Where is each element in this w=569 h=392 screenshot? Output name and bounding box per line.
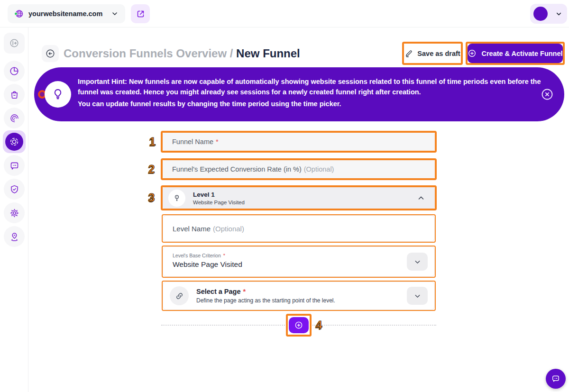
lightbulb-icon <box>51 88 64 101</box>
select-page-texts: Select a Page* Define the page acting as… <box>196 288 335 304</box>
optional-hint: (Optional) <box>304 165 334 173</box>
annotation-box-conversion-rate: Funnel's Expected Conversion Rate (in %)… <box>161 158 437 180</box>
sidebar-item-privacy[interactable] <box>4 179 25 200</box>
plus-circle-icon <box>468 49 477 58</box>
select-page-control[interactable]: Select a Page* Define the page acting as… <box>163 282 435 310</box>
level-title: Level 1 <box>193 191 417 198</box>
support-chat-button[interactable] <box>546 369 566 389</box>
top-bar: yourwebsitename.com <box>0 0 569 27</box>
sidebar-item-funnels[interactable] <box>3 130 26 153</box>
select-page-label: Select a Page* <box>196 288 335 295</box>
annotation-box-level-name: Level Name (Optional) <box>162 214 436 243</box>
chat-bubble-icon <box>551 374 560 383</box>
important-hint-banner: Important Hint: New funnels are now capa… <box>34 67 564 121</box>
spiral-icon <box>9 113 19 123</box>
banner-close-button[interactable] <box>541 88 554 101</box>
chevron-down-icon <box>413 292 422 300</box>
annotation-box-select-page: Select a Page* Define the page acting as… <box>162 281 436 311</box>
annotation-box-add-level <box>286 314 312 337</box>
plus-circle-icon <box>294 320 303 330</box>
annotation-box-create-funnel: Create & Activate Funnel <box>466 42 565 65</box>
chat-bubble-icon <box>9 161 19 171</box>
sidebar <box>0 27 28 392</box>
external-link-icon <box>136 9 145 18</box>
open-website-button[interactable] <box>131 4 150 23</box>
level-pin-badge <box>168 190 185 207</box>
website-selector[interactable]: yourwebsitename.com <box>8 4 125 23</box>
collapse-arrow-icon <box>9 38 19 48</box>
hint-paragraph-2: You can update funnel results by changin… <box>78 99 552 109</box>
funnel-name-input[interactable]: Funnel Name * <box>163 133 435 151</box>
sidebar-item-settings[interactable] <box>4 202 25 223</box>
annotation-number-3: 3 <box>148 192 155 203</box>
hint-text: Important Hint: New funnels are now capa… <box>78 76 552 109</box>
annotation-box-base-criterion: Level's Base Criterion* Website Page Vis… <box>162 246 436 278</box>
pencil-icon <box>404 49 413 58</box>
account-menu[interactable] <box>530 4 567 24</box>
annotation-number-2: 2 <box>148 164 155 175</box>
sidebar-item-dashboard[interactable] <box>4 61 25 82</box>
required-asterisk: * <box>243 288 246 295</box>
level-1-accordion-header[interactable]: Level 1 Website Page Visited <box>163 187 435 209</box>
chevron-down-icon <box>413 258 422 266</box>
pin-icon <box>172 193 182 203</box>
sidebar-item-feedback[interactable] <box>4 155 25 176</box>
sidebar-item-collapse[interactable] <box>4 33 25 54</box>
base-criterion-label: Level's Base Criterion* <box>173 253 225 258</box>
gear-icon <box>9 208 19 218</box>
annotation-number-4: 4 <box>316 319 322 331</box>
map-pin-icon <box>9 232 19 242</box>
add-level-button[interactable] <box>289 317 309 333</box>
required-asterisk: * <box>216 138 219 146</box>
app-root: yourwebsitename.com <box>0 0 569 392</box>
breadcrumb-parent: Conversion Funnels Overview / <box>64 47 233 60</box>
back-button[interactable] <box>42 45 59 62</box>
link-icon <box>175 292 184 301</box>
shopping-bag-icon <box>9 90 19 100</box>
page-title: Conversion Funnels Overview / New Funnel <box>64 47 300 60</box>
globe-icon <box>14 9 24 18</box>
conversion-rate-placeholder: Funnel's Expected Conversion Rate (in %) <box>172 165 302 173</box>
base-criterion-dropdown-button[interactable] <box>407 253 428 271</box>
breadcrumb-current: New Funnel <box>236 47 300 60</box>
create-activate-funnel-label: Create & Activate Funnel <box>481 50 562 57</box>
save-as-draft-button[interactable]: Save as draft <box>404 44 461 63</box>
base-criterion-select[interactable]: Level's Base Criterion* Website Page Vis… <box>163 246 435 277</box>
chevron-down-icon <box>111 10 119 18</box>
select-page-subtitle: Define the page acting as the starting p… <box>196 297 335 304</box>
annotation-number-1: 1 <box>149 136 156 147</box>
funnel-name-placeholder: Funnel Name <box>172 138 213 146</box>
sidebar-item-replays[interactable] <box>4 108 25 128</box>
annotation-box-funnel-name: Funnel Name * <box>161 131 437 153</box>
chevron-up-icon <box>417 194 425 202</box>
hint-paragraph-1: Important Hint: New funnels are now capa… <box>78 76 552 98</box>
chevron-down-icon <box>555 10 562 18</box>
save-as-draft-label: Save as draft <box>417 50 460 57</box>
create-activate-funnel-button[interactable]: Create & Activate Funnel <box>468 44 563 63</box>
level-name-placeholder: Level Name <box>173 225 211 233</box>
back-arrow-icon <box>45 48 55 59</box>
pie-chart-icon <box>9 66 19 76</box>
base-criterion-value: Website Page Visited <box>173 260 242 269</box>
level-subtitle: Website Page Visited <box>193 200 417 205</box>
select-page-label-text: Select a Page <box>196 288 241 295</box>
avatar <box>533 7 548 21</box>
shield-check-icon <box>9 184 19 194</box>
close-circle-icon <box>541 88 554 101</box>
link-badge <box>170 286 189 305</box>
sidebar-item-store[interactable] <box>4 84 25 105</box>
level-name-input[interactable]: Level Name (Optional) <box>163 215 435 242</box>
website-name: yourwebsitename.com <box>28 10 111 18</box>
required-asterisk: * <box>223 253 225 258</box>
annotation-box-save-draft: Save as draft <box>402 42 463 65</box>
lightbulb-badge <box>45 81 71 108</box>
optional-hint: (Optional) <box>213 225 244 233</box>
conversion-rate-input[interactable]: Funnel's Expected Conversion Rate (in %)… <box>163 160 435 178</box>
select-page-dropdown-button[interactable] <box>407 287 428 305</box>
base-criterion-label-text: Level's Base Criterion <box>173 253 221 258</box>
level-header-texts: Level 1 Website Page Visited <box>193 191 417 205</box>
funnel-focus-icon <box>5 133 23 151</box>
annotation-box-level-header: Level 1 Website Page Visited <box>161 185 437 210</box>
sidebar-item-geo[interactable] <box>4 226 25 247</box>
